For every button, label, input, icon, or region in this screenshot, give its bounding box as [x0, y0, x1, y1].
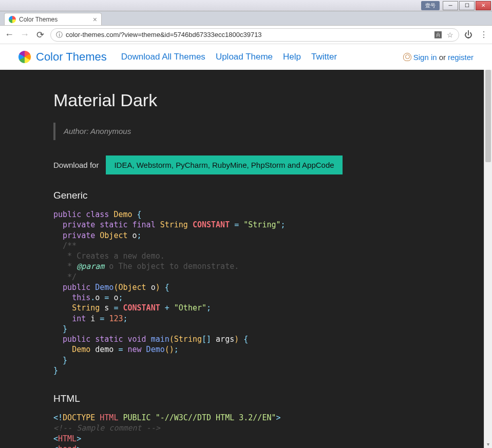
- ime-badge[interactable]: 壹号: [421, 1, 440, 10]
- page-viewport: Material Dark Author: Anonymous Download…: [0, 70, 492, 448]
- tab-strip: Color Themes ×: [0, 11, 492, 26]
- page-title: Material Dark: [53, 90, 484, 110]
- nav-help[interactable]: Help: [283, 52, 301, 62]
- author-text: Author: Anonymous: [64, 127, 131, 135]
- favicon-icon: [9, 16, 16, 23]
- tab-title: Color Themes: [19, 16, 90, 23]
- nav-twitter[interactable]: Twitter: [311, 52, 337, 62]
- code-generic: public class Demo { private static final…: [53, 209, 484, 376]
- nav-upload-theme[interactable]: Upload Theme: [216, 52, 273, 62]
- vertical-scrollbar[interactable]: ▾: [484, 70, 492, 448]
- forward-button[interactable]: →: [20, 30, 30, 40]
- browser-toolbar: ← → ⟳ ⓘ color-themes.com/?view=theme&id=…: [0, 26, 492, 44]
- author-block: Author: Anonymous: [53, 123, 484, 140]
- sign-in-link[interactable]: Sign in: [413, 53, 437, 62]
- scrollbar-thumb[interactable]: [485, 70, 491, 162]
- auth-block: Sign in or register: [403, 53, 474, 62]
- section-html-heading: HTML: [53, 393, 484, 404]
- translate-icon[interactable]: 🅰: [434, 31, 442, 39]
- user-icon: [403, 53, 411, 61]
- scroll-down-arrow-icon[interactable]: ▾: [484, 440, 492, 448]
- auth-or-text: or: [439, 53, 446, 62]
- tab-close-icon[interactable]: ×: [93, 16, 97, 23]
- logo-icon: [18, 51, 31, 63]
- address-bar[interactable]: ⓘ color-themes.com/?view=theme&id=5746bd…: [50, 28, 459, 42]
- code-html: <!DOCTYPE HTML PUBLIC "-//W3C//DTD HTML …: [53, 413, 484, 448]
- nav-download-all[interactable]: Download All Themes: [121, 52, 205, 62]
- back-button[interactable]: ←: [4, 30, 14, 40]
- window-titlebar: 壹号 ─ ☐ ✕: [0, 0, 492, 11]
- download-ides-button[interactable]: IDEA, Webstorm, PyCharm, RubyMine, PhpSt…: [106, 155, 342, 174]
- maximize-button[interactable]: ☐: [459, 1, 475, 10]
- content-area[interactable]: Material Dark Author: Anonymous Download…: [0, 70, 484, 448]
- power-icon[interactable]: ⏻: [464, 30, 472, 40]
- site-info-icon[interactable]: ⓘ: [56, 30, 63, 40]
- section-generic-heading: Generic: [53, 190, 484, 201]
- reload-button[interactable]: ⟳: [35, 30, 45, 40]
- site-logo-link[interactable]: Color Themes: [18, 50, 107, 64]
- menu-icon[interactable]: ⋮: [480, 30, 488, 40]
- download-row: Download for IDEA, Webstorm, PyCharm, Ru…: [53, 155, 484, 174]
- minimize-button[interactable]: ─: [443, 1, 458, 10]
- register-link[interactable]: register: [448, 53, 474, 62]
- bookmark-star-icon[interactable]: ☆: [447, 31, 453, 39]
- download-for-label: Download for: [53, 161, 99, 169]
- site-header: Color Themes Download All Themes Upload …: [0, 44, 492, 70]
- close-window-button[interactable]: ✕: [476, 1, 491, 10]
- url-text: color-themes.com/?view=theme&id=5746bd67…: [66, 31, 262, 38]
- browser-tab[interactable]: Color Themes ×: [4, 13, 102, 25]
- nav-links: Download All Themes Upload Theme Help Tw…: [121, 52, 337, 62]
- site-title: Color Themes: [36, 50, 107, 64]
